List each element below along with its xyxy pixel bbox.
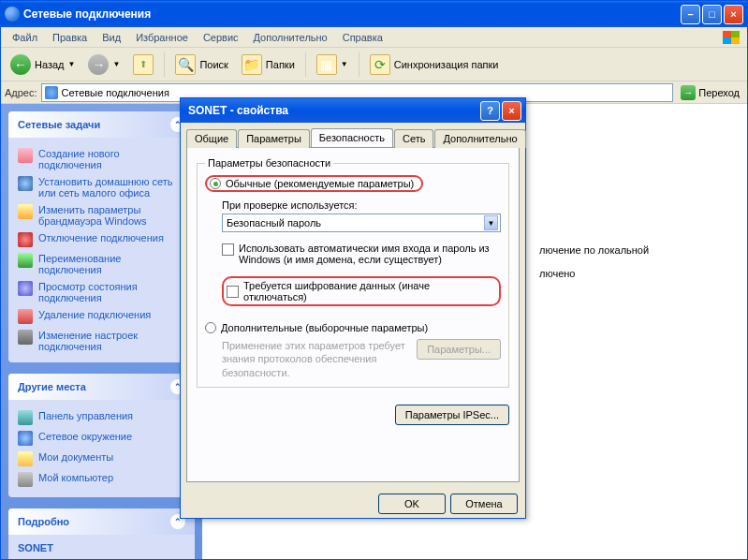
menu-file[interactable]: Файл <box>5 29 45 46</box>
go-button[interactable]: → Переход <box>677 83 743 102</box>
chevron-down-icon: ▼ <box>341 60 348 68</box>
details-name: SONET <box>18 542 185 553</box>
maximize-button[interactable]: □ <box>702 5 722 24</box>
chevron-down-icon: ▼ <box>112 60 120 68</box>
radio-advanced[interactable] <box>205 322 216 333</box>
verify-value: Безопасный пароль <box>227 217 321 228</box>
parameters-button: Параметры... <box>417 339 501 360</box>
task-change-settings[interactable]: Изменение настроек подключения <box>18 327 185 355</box>
radio-typical-label: Обычные (рекомендуемые параметры) <box>226 178 414 189</box>
security-groupbox: Параметры безопасности Обычные (рекоменд… <box>197 163 509 388</box>
place-label: Панель управления <box>38 410 133 421</box>
task-delete-connection[interactable]: Удаление подключения <box>18 306 185 327</box>
properties-dialog: SONET - свойства ? × Общие Параметры Без… <box>180 97 526 519</box>
check-auto-credentials[interactable] <box>222 243 234 256</box>
tab-content-security: Параметры безопасности Обычные (рекоменд… <box>186 147 520 482</box>
task-rename-connection[interactable]: Переименование подключения <box>18 250 185 278</box>
task-create-connection[interactable]: Создание нового подключения <box>18 145 185 173</box>
panel-header-details[interactable]: Подробно ⌃ <box>8 508 195 535</box>
panel-title: Другие места <box>18 381 86 392</box>
advanced-note: Применение этих параметров требует знани… <box>222 339 409 379</box>
search-button[interactable]: 🔍 Поиск <box>169 51 233 79</box>
menu-tools[interactable]: Сервис <box>196 29 246 46</box>
close-button[interactable]: × <box>724 5 743 24</box>
task-label: Удаление подключения <box>38 309 151 320</box>
task-label: Установить домашнюю сеть или сеть малого… <box>38 176 185 199</box>
panel-network-tasks: Сетевые задачи ⌃ Создание нового подключ… <box>8 111 195 362</box>
views-icon: ▦ <box>316 54 337 75</box>
dialog-titlebar: SONET - свойства ? × <box>181 98 525 123</box>
tab-security[interactable]: Безопасность <box>311 128 393 147</box>
titlebar: Сетевые подключения – □ × <box>1 1 747 27</box>
tab-network[interactable]: Сеть <box>394 129 433 148</box>
verify-select[interactable]: Безопасный пароль ▼ <box>222 214 501 232</box>
place-control-panel[interactable]: Панель управления <box>18 407 185 428</box>
window-title: Сетевые подключения <box>23 7 681 21</box>
panel-title: Подробно <box>18 516 69 527</box>
help-button[interactable]: ? <box>480 101 500 121</box>
panel-details: Подробно ⌃ SONET <box>8 508 195 559</box>
sync-icon: ⟳ <box>370 54 390 75</box>
tab-general[interactable]: Общие <box>186 129 237 148</box>
tab-options[interactable]: Параметры <box>238 129 310 148</box>
panel-other-places: Другие места ⌃ Панель управления Сетевое… <box>8 374 195 497</box>
address-icon <box>45 86 58 99</box>
groupbox-title: Параметры безопасности <box>205 157 333 169</box>
status-icon <box>18 281 33 296</box>
back-label: Назад <box>35 59 65 70</box>
task-view-status[interactable]: Просмотр состояния подключения <box>18 278 185 306</box>
menu-edit[interactable]: Правка <box>45 29 95 46</box>
folders-button[interactable]: 📁 Папки <box>236 51 301 79</box>
documents-icon <box>18 451 33 466</box>
check-require-encryption[interactable] <box>227 286 239 298</box>
place-my-computer[interactable]: Мой компьютер <box>18 469 185 490</box>
computer-icon <box>18 472 33 487</box>
radio-typical-row: Обычные (рекомендуемые параметры) <box>205 173 501 194</box>
settings-icon <box>18 330 33 345</box>
task-firewall-settings[interactable]: Изменить параметры брандмауэра Windows <box>18 201 185 229</box>
ok-button[interactable]: OK <box>378 494 446 514</box>
ipsec-parameters-button[interactable]: Параметры IPSec... <box>395 405 509 425</box>
task-label: Просмотр состояния подключения <box>38 281 185 303</box>
task-disable-connection[interactable]: Отключение подключения <box>18 229 185 250</box>
radio-typical[interactable] <box>210 178 221 189</box>
tab-advanced[interactable]: Дополнительно <box>434 129 525 148</box>
tab-strip: Общие Параметры Безопасность Сеть Дополн… <box>181 123 525 147</box>
menu-favorites[interactable]: Избранное <box>128 29 196 46</box>
dialog-close-button[interactable]: × <box>502 101 521 121</box>
menu-help[interactable]: Справка <box>335 29 390 46</box>
verify-label: При проверке используется: <box>222 199 501 211</box>
check-auto-credentials-label: Использовать автоматически имя входа и п… <box>239 243 501 265</box>
task-label: Создание нового подключения <box>38 148 185 170</box>
forward-button[interactable]: → ▼ <box>82 51 125 79</box>
place-network-neighborhood[interactable]: Сетевое окружение <box>18 428 185 449</box>
sync-button[interactable]: ⟳ Синхронизация папки <box>364 51 505 79</box>
rename-icon <box>18 253 33 268</box>
firewall-icon <box>18 204 33 219</box>
folders-icon: 📁 <box>242 54 262 75</box>
chevron-down-icon: ▼ <box>68 60 76 68</box>
task-label: Изменить параметры брандмауэра Windows <box>38 204 185 227</box>
place-label: Мой компьютер <box>38 472 113 483</box>
menu-advanced[interactable]: Дополнительно <box>246 29 335 46</box>
place-my-documents[interactable]: Мои документы <box>18 449 185 469</box>
panel-header-tasks[interactable]: Сетевые задачи ⌃ <box>8 111 195 138</box>
go-arrow-icon: → <box>681 85 696 100</box>
separator <box>164 52 165 77</box>
back-button[interactable]: ← Назад ▼ <box>5 51 81 79</box>
menu-view[interactable]: Вид <box>95 29 128 46</box>
panel-header-places[interactable]: Другие места ⌃ <box>8 374 195 400</box>
minimize-button[interactable]: – <box>681 5 700 24</box>
toolbar: ← Назад ▼ → ▼ ⬆ 🔍 Поиск 📁 Папки ▦ ▼ ⟳ Си… <box>1 48 747 81</box>
sync-label: Синхронизация папки <box>394 59 499 70</box>
sidebar: Сетевые задачи ⌃ Создание нового подключ… <box>1 104 202 559</box>
task-setup-home-net[interactable]: Установить домашнюю сеть или сеть малого… <box>18 173 185 201</box>
cancel-button[interactable]: Отмена <box>450 494 518 514</box>
folders-label: Папки <box>266 59 295 70</box>
task-label: Переименование подключения <box>38 253 185 275</box>
views-button[interactable]: ▦ ▼ <box>311 51 354 79</box>
folder-up-icon: ⬆ <box>133 54 154 75</box>
go-label: Переход <box>698 87 740 98</box>
separator <box>305 52 306 77</box>
up-button[interactable]: ⬆ <box>127 51 159 79</box>
